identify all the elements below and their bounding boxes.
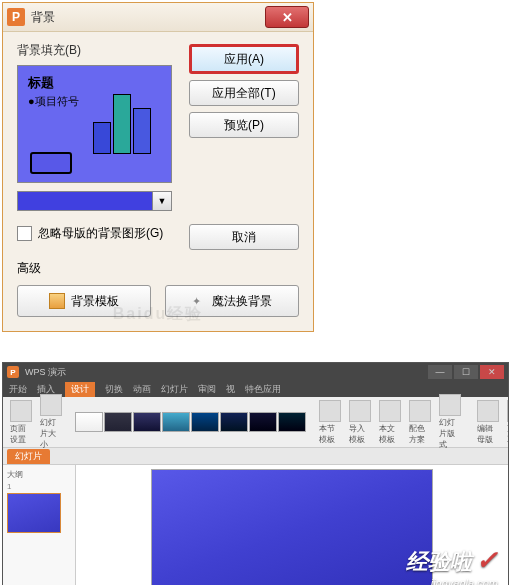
ribbon-label: 本文模板 bbox=[379, 423, 401, 445]
dialog-title: 背景 bbox=[31, 9, 265, 26]
page-setup-icon bbox=[10, 400, 32, 422]
preview-shape bbox=[30, 152, 72, 174]
magic-button-label: 魔法换背景 bbox=[212, 293, 272, 310]
theme-thumb[interactable] bbox=[133, 412, 161, 432]
menu-item[interactable]: 幻灯片 bbox=[161, 383, 188, 396]
ribbon-button[interactable]: 编辑母版 bbox=[474, 400, 502, 445]
ribbon-icon bbox=[439, 394, 461, 416]
ribbon-label: 编辑母版 bbox=[477, 423, 499, 445]
window-close-button[interactable]: ✕ bbox=[480, 365, 504, 379]
fill-color-combo[interactable]: ▼ bbox=[17, 191, 172, 211]
menu-item[interactable]: 动画 bbox=[133, 383, 151, 396]
wps-app-icon: P bbox=[7, 366, 19, 378]
bar-1 bbox=[93, 122, 111, 154]
chevron-down-icon[interactable]: ▼ bbox=[153, 191, 172, 211]
theme-gallery[interactable] bbox=[75, 412, 306, 432]
menu-item[interactable]: 视 bbox=[226, 383, 235, 396]
document-tab[interactable]: 幻灯片 bbox=[7, 449, 50, 464]
theme-thumb[interactable] bbox=[249, 412, 277, 432]
watermark-logo: 经验啦✓ jingyanla.com bbox=[406, 545, 498, 585]
brand-url: jingyanla.com bbox=[406, 577, 498, 585]
wps-window: P WPS 演示 — ☐ ✕ 开始 插入 设计 切换 动画 幻灯片 审阅 视 特… bbox=[2, 362, 509, 585]
app-titlebar: P WPS 演示 — ☐ ✕ bbox=[3, 363, 508, 381]
slide-size-button[interactable]: 幻灯片大小 bbox=[37, 394, 65, 450]
theme-thumb[interactable] bbox=[278, 412, 306, 432]
theme-thumb[interactable] bbox=[104, 412, 132, 432]
preview-button[interactable]: 预览(P) bbox=[189, 112, 299, 138]
template-icon bbox=[49, 293, 65, 309]
menu-item[interactable]: 开始 bbox=[9, 383, 27, 396]
ribbon-button[interactable]: 配色方案 bbox=[406, 400, 434, 445]
ribbon-label: 本节模板 bbox=[319, 423, 341, 445]
menu-bar: 开始 插入 设计 切换 动画 幻灯片 审阅 视 特色应用 bbox=[3, 381, 508, 397]
page-setup-button[interactable]: 页面设置 bbox=[7, 400, 35, 445]
slide-preview: 标题 ●项目符号 bbox=[17, 65, 172, 183]
ribbon-button[interactable]: 页回工具 bbox=[504, 400, 509, 445]
ribbon-label: 导入模板 bbox=[349, 423, 371, 445]
menu-item[interactable]: 特色应用 bbox=[245, 383, 281, 396]
preview-chart bbox=[93, 94, 151, 154]
ignore-master-label: 忽略母版的背景图形(G) bbox=[38, 225, 163, 242]
slide-panel: 大纲 1 bbox=[3, 465, 76, 585]
maximize-button[interactable]: ☐ bbox=[454, 365, 478, 379]
cancel-button[interactable]: 取消 bbox=[189, 224, 299, 250]
ribbon-icon bbox=[409, 400, 431, 422]
slide-number: 1 bbox=[7, 482, 71, 491]
theme-thumb[interactable] bbox=[220, 412, 248, 432]
watermark-text: Baidu经验 bbox=[113, 304, 203, 325]
ribbon-icon bbox=[349, 400, 371, 422]
preview-title: 标题 bbox=[28, 74, 161, 92]
outline-label[interactable]: 大纲 bbox=[7, 469, 71, 480]
ribbon-button[interactable]: 导入模板 bbox=[346, 400, 374, 445]
menu-item-design[interactable]: 设计 bbox=[65, 382, 95, 397]
ribbon-icon bbox=[379, 400, 401, 422]
minimize-button[interactable]: — bbox=[428, 365, 452, 379]
app-title: WPS 演示 bbox=[25, 366, 66, 379]
theme-thumb[interactable] bbox=[191, 412, 219, 432]
document-tab-strip: 幻灯片 bbox=[3, 448, 508, 465]
bar-2 bbox=[113, 94, 131, 154]
menu-item[interactable]: 切换 bbox=[105, 383, 123, 396]
current-slide[interactable] bbox=[151, 469, 433, 585]
ribbon-icon bbox=[477, 400, 499, 422]
ignore-master-checkbox[interactable] bbox=[17, 226, 32, 241]
slide-size-icon bbox=[40, 394, 62, 416]
ribbon: 页面设置 幻灯片大小 本节模板 导入模板 本文模板 配色方案 幻灯片版式 编辑母… bbox=[3, 397, 508, 448]
brand-text: 经验啦 bbox=[406, 549, 472, 574]
ribbon-label: 幻灯片大小 bbox=[40, 417, 62, 450]
apply-all-button[interactable]: 应用全部(T) bbox=[189, 80, 299, 106]
ribbon-button[interactable]: 本文模板 bbox=[376, 400, 404, 445]
menu-item[interactable]: 审阅 bbox=[198, 383, 216, 396]
background-dialog: P 背景 ✕ 背景填充(B) 标题 ●项目符号 ▼ bbox=[2, 2, 314, 332]
fill-label: 背景填充(B) bbox=[17, 42, 179, 59]
ribbon-button[interactable]: 幻灯片版式 bbox=[436, 394, 464, 450]
ribbon-button[interactable]: 本节模板 bbox=[316, 400, 344, 445]
apply-button[interactable]: 应用(A) bbox=[189, 44, 299, 74]
ribbon-label: 页面设置 bbox=[10, 423, 32, 445]
advanced-label: 高级 bbox=[17, 260, 299, 277]
ribbon-icon bbox=[319, 400, 341, 422]
app-icon: P bbox=[7, 8, 25, 26]
close-button[interactable]: ✕ bbox=[265, 6, 309, 28]
slide-thumbnail[interactable] bbox=[7, 493, 61, 533]
dialog-body: 背景填充(B) 标题 ●项目符号 ▼ 应用(A) bbox=[3, 32, 313, 331]
check-icon: ✓ bbox=[476, 545, 498, 575]
color-swatch bbox=[17, 191, 153, 211]
bar-3 bbox=[133, 108, 151, 154]
ribbon-label: 幻灯片版式 bbox=[439, 417, 461, 450]
theme-thumb[interactable] bbox=[75, 412, 103, 432]
dialog-titlebar: P 背景 ✕ bbox=[3, 3, 313, 32]
ribbon-label: 配色方案 bbox=[409, 423, 431, 445]
theme-thumb[interactable] bbox=[162, 412, 190, 432]
